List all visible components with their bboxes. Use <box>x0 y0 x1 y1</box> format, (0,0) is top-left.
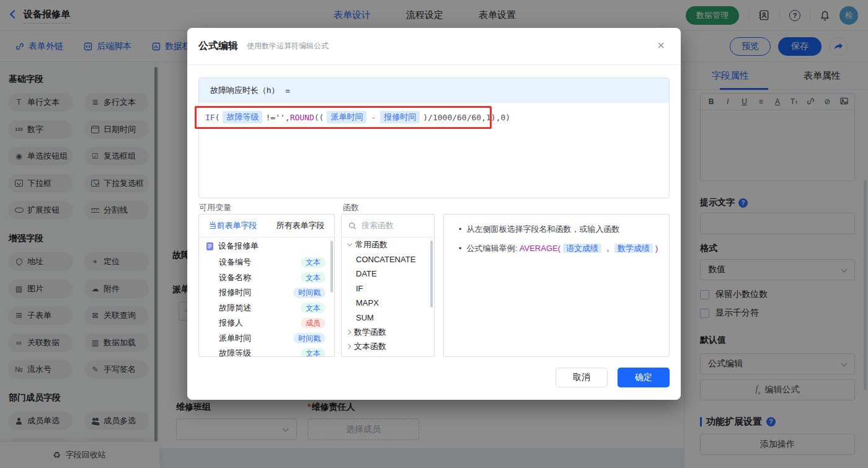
form-root-node[interactable]: 设备报修单 <box>199 237 334 255</box>
function-group-expanded[interactable]: 常用函数 <box>342 237 434 252</box>
function-item[interactable]: MAPX <box>342 296 434 311</box>
functions-panel: 搜索函数 常用函数CONCATENATEDATEIFMAPXSUM数学函数文本函… <box>341 214 435 357</box>
formula-edit-modal: 公式编辑 使用数学运算符编辑公式 × 故障响应时长（h） = IF(故障等级!=… <box>187 28 681 400</box>
variable-name: 派单时间 <box>219 333 251 344</box>
annotation-red-box <box>195 106 492 129</box>
function-group-name: 文本函数 <box>354 341 386 352</box>
variable-row[interactable]: 故障等级文本 <box>199 346 334 357</box>
function-rows: 常用函数CONCATENATEDATEIFMAPXSUM数学函数文本函数 <box>342 237 434 354</box>
variable-type-tag: 文本 <box>301 302 326 313</box>
function-item[interactable]: IF <box>342 281 434 296</box>
variable-row[interactable]: 报修时间时间戳 <box>199 285 334 301</box>
function-item[interactable]: CONCATENATE <box>342 252 434 267</box>
variable-name: 设备编号 <box>219 257 251 268</box>
close-icon[interactable]: × <box>653 38 668 53</box>
variable-row[interactable]: 设备名称文本 <box>199 270 334 286</box>
variable-row[interactable]: 故障简述文本 <box>199 301 334 316</box>
variable-name: 设备名称 <box>219 272 251 283</box>
form-doc-icon <box>206 242 214 250</box>
functions-label: 函数 <box>343 202 359 213</box>
function-group-name: 常用函数 <box>355 239 388 250</box>
variables-label: 可用变量 <box>199 202 231 213</box>
variable-type-tag: 时间戳 <box>293 288 326 298</box>
variable-name: 报修人 <box>219 317 243 329</box>
variables-scrollbar[interactable] <box>330 241 333 293</box>
variable-type-tag: 时间戳 <box>293 333 326 343</box>
variables-panel: 当前表单字段 所有表单字段 设备报修单 设备编号文本设备名称文本报修时间时间戳故… <box>198 214 335 357</box>
tab-all-form-fields[interactable]: 所有表单字段 <box>267 214 334 237</box>
variable-rows: 设备编号文本设备名称文本报修时间时间戳故障简述文本报修人成员派单时间时间戳故障等… <box>199 255 334 357</box>
tab-current-form-fields[interactable]: 当前表单字段 <box>199 214 267 237</box>
functions-scrollbar[interactable] <box>430 241 433 307</box>
variable-name: 故障等级 <box>219 348 251 357</box>
help-line-1: 从左侧面板选择字段名和函数，或输入函数 <box>450 223 659 236</box>
cancel-button[interactable]: 取消 <box>556 368 608 387</box>
variable-type-tag: 成员 <box>301 318 326 329</box>
function-search[interactable]: 搜索函数 <box>342 214 434 237</box>
variable-row[interactable]: 派单时间时间戳 <box>199 331 334 347</box>
formula-target-bar: 故障响应时长（h） = <box>199 78 669 103</box>
help-line-2: 公式编辑举例: AVERAGE(语文成绩，数学成绩) <box>450 242 659 255</box>
search-placeholder: 搜索函数 <box>361 220 394 231</box>
modal-title: 公式编辑 <box>198 40 238 53</box>
search-icon <box>348 222 356 230</box>
function-item[interactable]: SUM <box>342 311 434 325</box>
function-group-name: 数学函数 <box>354 327 386 338</box>
variable-type-tag: 文本 <box>301 272 326 283</box>
formula-editor[interactable]: 故障响应时长（h） = IF(故障等级!='',ROUND((派单时间-报修时间… <box>198 77 670 198</box>
variable-name: 故障简述 <box>219 302 251 314</box>
function-group-collapsed[interactable]: 数学函数 <box>342 325 434 340</box>
variable-type-tag: 文本 <box>301 348 326 357</box>
ok-button[interactable]: 确定 <box>618 368 670 387</box>
chevron-right-icon <box>346 330 351 335</box>
function-group-collapsed[interactable]: 文本函数 <box>342 340 434 355</box>
variable-row[interactable]: 报修人成员 <box>199 316 334 331</box>
chevron-down-icon <box>347 241 352 246</box>
formula-help-panel: 从左侧面板选择字段名和函数，或输入函数 公式编辑举例: AVERAGE(语文成绩… <box>443 214 670 357</box>
variable-name: 报修时间 <box>219 287 251 298</box>
modal-subtitle: 使用数学运算符编辑公式 <box>247 41 329 51</box>
chevron-right-icon <box>346 344 351 349</box>
variable-type-tag: 文本 <box>301 257 326 268</box>
variable-row[interactable]: 设备编号文本 <box>199 255 334 270</box>
function-item[interactable]: DATE <box>342 267 434 281</box>
modal-header: 公式编辑 使用数学运算符编辑公式 × <box>187 28 681 65</box>
